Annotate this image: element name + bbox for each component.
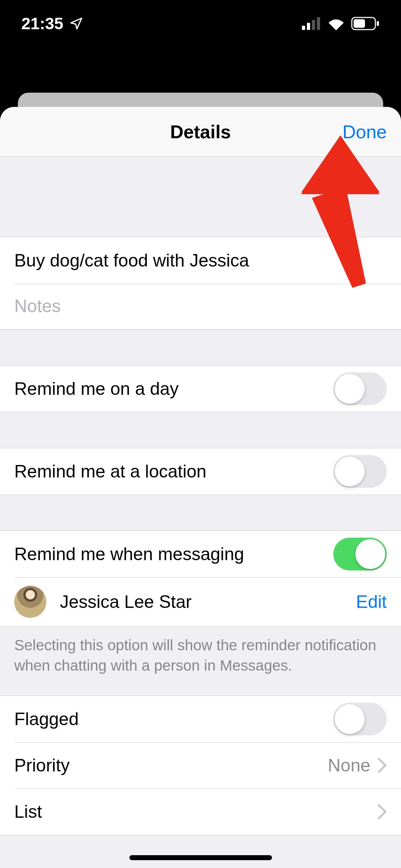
svg-rect-3 — [317, 17, 320, 30]
remind-day-toggle[interactable] — [333, 372, 387, 405]
svg-rect-1 — [307, 23, 310, 30]
remind-location-label: Remind me at a location — [14, 461, 333, 482]
remind-day-row[interactable]: Remind me on a day — [0, 366, 401, 412]
spacer — [0, 835, 401, 868]
remind-location-row[interactable]: Remind me at a location — [0, 448, 401, 495]
flagged-row[interactable]: Flagged — [0, 696, 401, 742]
flagged-label: Flagged — [14, 709, 333, 729]
options-section: Flagged Priority None List — [0, 696, 401, 835]
nav-title: Details — [170, 121, 231, 143]
reminder-title-row[interactable] — [0, 237, 401, 284]
remind-location-toggle[interactable] — [333, 455, 387, 488]
svg-rect-5 — [377, 21, 379, 26]
chevron-right-icon — [377, 758, 387, 773]
location-arrow-icon — [69, 16, 83, 31]
wifi-icon — [327, 17, 345, 30]
status-right — [302, 17, 380, 30]
spacer — [0, 495, 401, 531]
remind-messaging-toggle[interactable] — [333, 538, 387, 570]
status-left: 21:35 — [21, 14, 83, 33]
spacer — [0, 686, 401, 696]
spacer — [0, 157, 401, 237]
chevron-right-icon — [377, 804, 387, 820]
done-button[interactable]: Done — [343, 121, 387, 143]
spacer — [0, 412, 401, 448]
priority-label: Priority — [14, 755, 328, 776]
remind-messaging-row[interactable]: Remind me when messaging — [0, 531, 401, 577]
list-row[interactable]: List — [0, 789, 401, 835]
reminder-title-input[interactable] — [14, 237, 387, 284]
cellular-icon — [302, 17, 321, 30]
details-sheet: Details Done Notes Remind me on a day Re… — [0, 107, 401, 868]
battery-icon — [351, 17, 380, 30]
messaging-footer-text: Selecting this option will show the remi… — [0, 627, 401, 686]
remind-messaging-section: Remind me when messaging Jessica Lee Sta… — [0, 531, 401, 627]
notes-placeholder: Notes — [14, 296, 61, 316]
nav-bar: Details Done — [0, 107, 401, 157]
edit-contact-button[interactable]: Edit — [356, 591, 387, 612]
remind-day-label: Remind me on a day — [14, 378, 333, 399]
contact-avatar — [14, 586, 46, 618]
status-time: 21:35 — [21, 14, 63, 33]
contact-name: Jessica Lee Star — [60, 591, 192, 612]
remind-day-section: Remind me on a day — [0, 365, 401, 412]
status-bar: 21:35 — [0, 0, 401, 47]
svg-rect-0 — [302, 26, 305, 30]
remind-messaging-label: Remind me when messaging — [14, 544, 333, 564]
home-indicator[interactable] — [129, 855, 272, 860]
svg-rect-2 — [312, 20, 315, 30]
list-label: List — [14, 801, 370, 822]
title-notes-section: Notes — [0, 237, 401, 330]
remind-location-section: Remind me at a location — [0, 448, 401, 495]
flagged-toggle[interactable] — [333, 703, 387, 735]
reminder-notes-input[interactable]: Notes — [0, 284, 401, 329]
spacer — [0, 330, 401, 365]
messaging-contact-row[interactable]: Jessica Lee Star Edit — [0, 577, 401, 626]
svg-rect-6 — [354, 19, 365, 28]
priority-value: None — [328, 755, 370, 776]
priority-row[interactable]: Priority None — [0, 742, 401, 789]
